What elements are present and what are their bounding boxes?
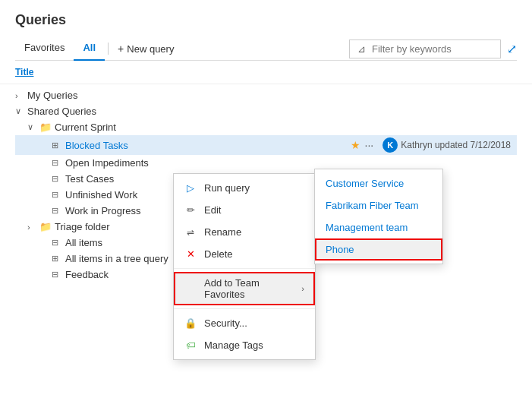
query-icon: ⊟ <box>52 174 62 184</box>
menu-item-label: Security... <box>204 317 304 329</box>
avatar: K <box>382 137 398 153</box>
menu-item-label: Edit <box>204 204 304 216</box>
tree-item-label: My Queries <box>27 90 517 101</box>
tab-bar: Favorites All + New query ⊿ ⤢ <box>15 37 517 61</box>
tree-row[interactable]: › My Queries <box>15 87 517 103</box>
tree-row[interactable]: ∨ Shared Queries <box>15 103 517 119</box>
menu-item-label: Run query <box>204 182 304 194</box>
page-title: Queries <box>15 12 517 28</box>
menu-item-rename[interactable]: ⇌ Rename <box>174 221 315 243</box>
submenu-arrow-icon: › <box>301 284 304 293</box>
menu-item-manage-tags[interactable]: 🏷 Manage Tags <box>174 334 315 356</box>
folder-icon: 📁 <box>39 221 52 232</box>
star-icon[interactable]: ★ <box>351 139 360 151</box>
submenu-item-phone[interactable]: Phone <box>315 238 442 261</box>
new-query-button[interactable]: + New query <box>112 38 180 59</box>
tree-row[interactable]: ⊞ Blocked Tasks ★ ··· K Kathryn updated … <box>15 135 517 155</box>
run-query-icon: ▷ <box>184 182 197 194</box>
security-icon: 🔒 <box>184 317 197 329</box>
filter-wrap: ⊿ ⤢ <box>349 39 517 58</box>
chevron-down-icon: ∨ <box>15 106 27 116</box>
new-query-label: New query <box>127 43 174 55</box>
tree-row[interactable]: ∨ 📁 Current Sprint <box>15 119 517 135</box>
edit-icon: ✏ <box>184 204 197 216</box>
updated-info: K Kathryn updated 7/12/2018 <box>382 137 511 153</box>
menu-item-delete[interactable]: ✕ Delete <box>174 243 315 265</box>
menu-item-label: Delete <box>204 248 304 260</box>
menu-item-security[interactable]: 🔒 Security... <box>174 312 315 334</box>
menu-item-add-to-team-favorites[interactable]: Add to Team Favorites › <box>174 272 315 305</box>
menu-item-label: Add to Team Favorites <box>204 277 294 300</box>
delete-icon: ✕ <box>184 248 197 260</box>
manage-tags-icon: 🏷 <box>184 339 197 351</box>
filter-icon: ⊿ <box>357 43 366 55</box>
plus-icon: + <box>118 43 124 55</box>
col-header: Title <box>0 61 532 84</box>
menu-item-edit[interactable]: ✏ Edit <box>174 199 315 221</box>
query-icon: ⊟ <box>52 270 62 279</box>
tree-item-label: Current Sprint <box>55 122 517 133</box>
query-icon: ⊞ <box>52 141 62 150</box>
chevron-right-icon: › <box>15 91 27 100</box>
tab-favorites[interactable]: Favorites <box>15 37 74 61</box>
query-tree-icon: ⊞ <box>52 254 62 264</box>
ellipsis-button[interactable]: ··· <box>365 139 374 151</box>
expand-icon[interactable]: ⤢ <box>507 42 517 56</box>
filter-box[interactable]: ⊿ <box>349 39 501 58</box>
filter-input[interactable] <box>372 43 493 55</box>
submenu-item-fabrikam-fiber-team[interactable]: Fabrikam Fiber Team <box>315 194 442 216</box>
context-menu: ▷ Run query ✏ Edit ⇌ Rename ✕ Delete Add… <box>173 173 316 360</box>
submenu-item-management-team[interactable]: Management team <box>315 216 442 238</box>
query-icon: ⊟ <box>52 206 62 216</box>
submenu-item-customer-service[interactable]: Customer Service <box>315 172 442 194</box>
tree-item-label: Open Impediments <box>65 157 517 169</box>
menu-item-run-query[interactable]: ▷ Run query <box>174 177 315 199</box>
chevron-down-icon: ∨ <box>27 122 39 132</box>
chevron-right-icon: › <box>27 223 39 232</box>
menu-divider <box>174 268 315 269</box>
updated-text: Kathryn updated 7/12/2018 <box>401 140 511 150</box>
tab-divider <box>108 43 109 55</box>
tree-item-label: Shared Queries <box>27 106 517 117</box>
page-container: Queries Favorites All + New query ⊿ ⤢ <box>0 0 532 61</box>
submenu: Customer Service Fabrikam Fiber Team Man… <box>314 169 443 264</box>
tab-all[interactable]: All <box>74 37 105 61</box>
query-icon: ⊟ <box>52 190 62 200</box>
query-icon: ⊟ <box>52 158 62 168</box>
tree-item-label: Blocked Tasks <box>65 140 351 151</box>
menu-item-label: Manage Tags <box>204 339 304 351</box>
folder-icon: 📁 <box>39 122 52 133</box>
menu-divider <box>174 308 315 309</box>
query-icon: ⊟ <box>52 238 62 248</box>
rename-icon: ⇌ <box>184 227 197 238</box>
menu-item-label: Rename <box>204 226 304 238</box>
